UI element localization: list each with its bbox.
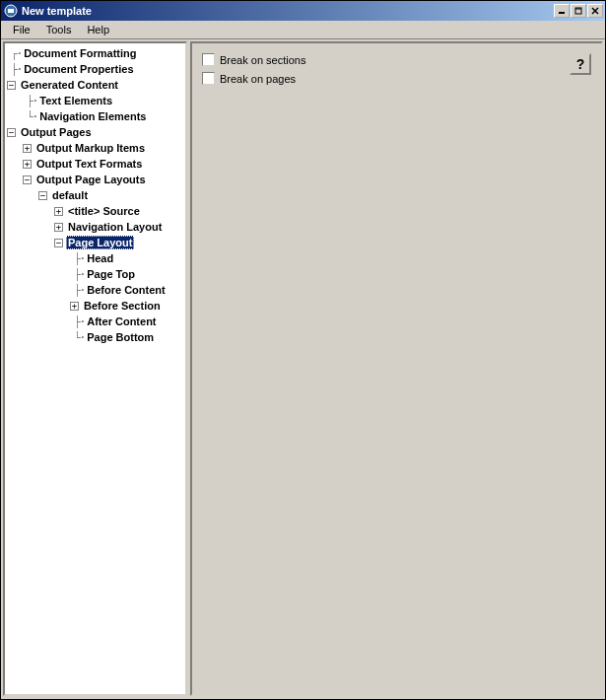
- menu-file[interactable]: File: [5, 22, 38, 37]
- break-on-pages-label[interactable]: Break on pages: [220, 73, 296, 85]
- tree-item-page-top[interactable]: ├· Page Top: [5, 266, 185, 282]
- break-on-pages-row: Break on pages: [202, 72, 591, 85]
- tree-item-title-source[interactable]: + <title> Source: [5, 203, 185, 219]
- tree-item-default[interactable]: − default: [5, 187, 185, 203]
- tree-item-navigation-elements[interactable]: └· Navigation Elements: [5, 108, 185, 124]
- properties-panel: Break on sections Break on pages ?: [190, 41, 603, 696]
- selected-tree-label: Page Layout: [66, 236, 134, 249]
- tree-item-output-markup-items[interactable]: + Output Markup Items: [5, 140, 185, 156]
- tree-item-generated-content[interactable]: − Generated Content: [5, 77, 185, 93]
- tree-panel: ┌· Document Formatting ├· Document Prope…: [3, 41, 187, 696]
- collapse-icon[interactable]: −: [54, 239, 63, 247]
- tree-item-text-elements[interactable]: ├· Text Elements: [5, 93, 185, 108]
- close-button[interactable]: [587, 4, 603, 18]
- window-controls: [554, 4, 603, 18]
- tree-item-document-properties[interactable]: ├· Document Properties: [5, 61, 185, 77]
- titlebar: New template: [1, 1, 605, 21]
- tree-item-after-content[interactable]: ├· After Content: [5, 314, 185, 329]
- collapse-icon[interactable]: −: [7, 81, 16, 90]
- expand-icon[interactable]: +: [70, 302, 79, 311]
- maximize-button[interactable]: [571, 4, 586, 18]
- tree-item-before-content[interactable]: ├· Before Content: [5, 282, 185, 298]
- menubar: File Tools Help: [1, 21, 605, 39]
- window-title: New template: [22, 5, 554, 17]
- tree-item-output-page-layouts[interactable]: − Output Page Layouts: [5, 172, 185, 187]
- help-button[interactable]: ?: [570, 53, 591, 75]
- expand-icon[interactable]: +: [23, 144, 32, 153]
- collapse-icon[interactable]: −: [23, 175, 32, 184]
- tree-item-page-bottom[interactable]: └· Page Bottom: [5, 329, 185, 345]
- tree-item-head[interactable]: ├· Head: [5, 250, 185, 266]
- expand-icon[interactable]: +: [54, 223, 63, 232]
- expand-icon[interactable]: +: [54, 207, 63, 216]
- break-on-sections-row: Break on sections: [202, 53, 591, 66]
- tree-item-page-layout[interactable]: − Page Layout: [5, 235, 185, 250]
- collapse-icon[interactable]: −: [7, 128, 16, 137]
- expand-icon[interactable]: +: [23, 160, 32, 169]
- break-on-pages-checkbox[interactable]: [202, 72, 215, 85]
- menu-help[interactable]: Help: [79, 22, 117, 37]
- break-on-sections-checkbox[interactable]: [202, 53, 215, 66]
- collapse-icon[interactable]: −: [38, 191, 47, 200]
- tree-item-before-section[interactable]: + Before Section: [5, 298, 185, 314]
- tree-item-output-text-formats[interactable]: + Output Text Formats: [5, 156, 185, 172]
- minimize-button[interactable]: [554, 4, 570, 18]
- svg-rect-1: [8, 9, 14, 13]
- tree-item-output-pages[interactable]: − Output Pages: [5, 124, 185, 140]
- tree-item-document-formatting[interactable]: ┌· Document Formatting: [5, 45, 185, 61]
- break-on-sections-label[interactable]: Break on sections: [220, 54, 305, 66]
- app-icon: [3, 3, 19, 19]
- tree-item-navigation-layout[interactable]: + Navigation Layout: [5, 219, 185, 235]
- menu-tools[interactable]: Tools: [38, 22, 80, 37]
